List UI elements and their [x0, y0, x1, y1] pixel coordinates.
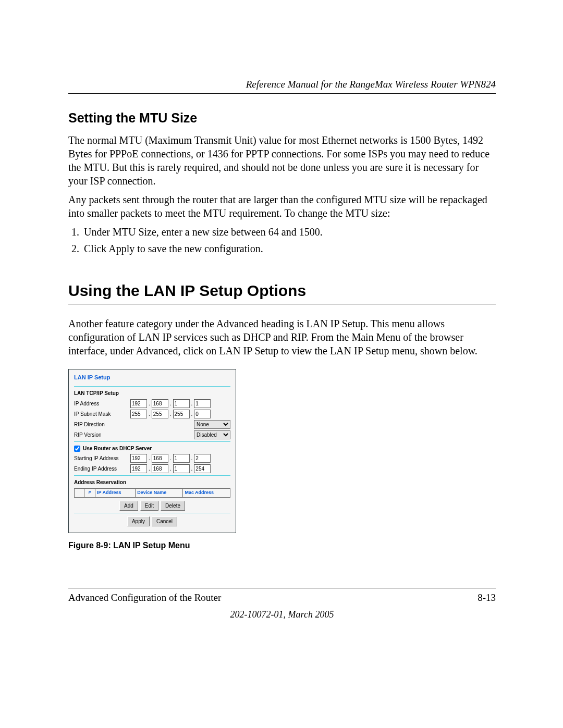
lanip-para-1: Another feature category under the Advan…: [68, 317, 496, 357]
start-ip-octet-1[interactable]: [130, 454, 147, 463]
footer-page: 8-13: [478, 591, 496, 604]
add-button[interactable]: Add: [119, 501, 138, 511]
subnet-mask-label: IP Subnet Mask: [74, 411, 130, 417]
running-head: Reference Manual for the RangeMax Wirele…: [68, 78, 496, 91]
panel-rule-4: [74, 513, 230, 513]
heading-lanip: Using the LAN IP Setup Options: [68, 280, 496, 301]
start-ip-octet-3[interactable]: [173, 454, 190, 463]
start-ip-octet-4[interactable]: [194, 454, 211, 463]
heading-mtu: Setting the MTU Size: [68, 109, 496, 127]
rip-direction-select[interactable]: None: [194, 420, 230, 429]
rip-version-label: RIP Version: [74, 431, 130, 438]
reservation-col-mac: Mac Address: [183, 489, 230, 498]
footer-docid: 202-10072-01, March 2005: [68, 609, 496, 621]
reservation-col-ip: IP Address: [95, 489, 136, 498]
panel-title: LAN IP Setup: [74, 374, 230, 381]
rip-version-select[interactable]: Disabled: [194, 430, 230, 439]
end-ip-octet-3[interactable]: [173, 464, 190, 473]
reservation-table: # IP Address Device Name Mac Address: [74, 488, 230, 498]
mtu-para-2: Any packets sent through the router that…: [68, 193, 496, 220]
panel-rule-2: [74, 441, 230, 442]
ip-octet-2[interactable]: [152, 399, 168, 408]
end-ip-octet-1[interactable]: [130, 464, 147, 473]
apply-button[interactable]: Apply: [127, 516, 150, 526]
panel-rule-1: [74, 386, 230, 387]
end-ip-octet-4[interactable]: [194, 464, 211, 473]
reservation-col-radio: [75, 489, 84, 498]
mask-octet-4[interactable]: [194, 410, 211, 418]
footer-rule: [68, 588, 496, 588]
footer-chapter: Advanced Configuration of the Router: [68, 591, 221, 604]
start-ip-label: Starting IP Address: [74, 455, 130, 462]
start-ip-octet-2[interactable]: [152, 454, 168, 463]
mask-octet-3[interactable]: [173, 410, 190, 418]
reservation-heading: Address Reservation: [74, 479, 230, 486]
panel-rule-3: [74, 475, 230, 476]
ip-octet-4[interactable]: [194, 399, 211, 408]
end-ip-octet-2[interactable]: [152, 464, 168, 473]
mask-octet-2[interactable]: [152, 410, 168, 418]
mtu-step-1: Under MTU Size, enter a new size between…: [82, 225, 496, 239]
end-ip-label: Ending IP Address: [74, 465, 130, 472]
header-rule: [68, 93, 496, 94]
lan-ip-setup-screenshot: LAN IP Setup LAN TCP/IP Setup IP Address…: [68, 369, 236, 533]
reservation-col-device: Device Name: [136, 489, 183, 498]
mtu-para-1: The normal MTU (Maximum Transmit Unit) v…: [68, 133, 496, 188]
rip-direction-label: RIP Direction: [74, 421, 130, 428]
dhcp-server-label: Use Router as DHCP Server: [83, 445, 152, 452]
delete-button[interactable]: Delete: [161, 501, 185, 511]
tcpip-heading: LAN TCP/IP Setup: [74, 390, 230, 397]
figure-caption: Figure 8-9: LAN IP Setup Menu: [68, 540, 496, 551]
mtu-step-2: Click Apply to save the new configuratio…: [82, 242, 496, 255]
edit-button[interactable]: Edit: [140, 501, 158, 511]
ip-octet-1[interactable]: [130, 399, 147, 408]
mask-octet-1[interactable]: [130, 410, 147, 418]
ip-octet-3[interactable]: [173, 399, 190, 408]
dhcp-server-checkbox[interactable]: [74, 446, 80, 452]
reservation-col-num: #: [84, 489, 95, 498]
lanip-rule: [68, 304, 496, 304]
ip-address-label: IP Address: [74, 400, 130, 407]
mtu-steps: Under MTU Size, enter a new size between…: [68, 225, 496, 255]
cancel-button[interactable]: Cancel: [152, 516, 177, 526]
